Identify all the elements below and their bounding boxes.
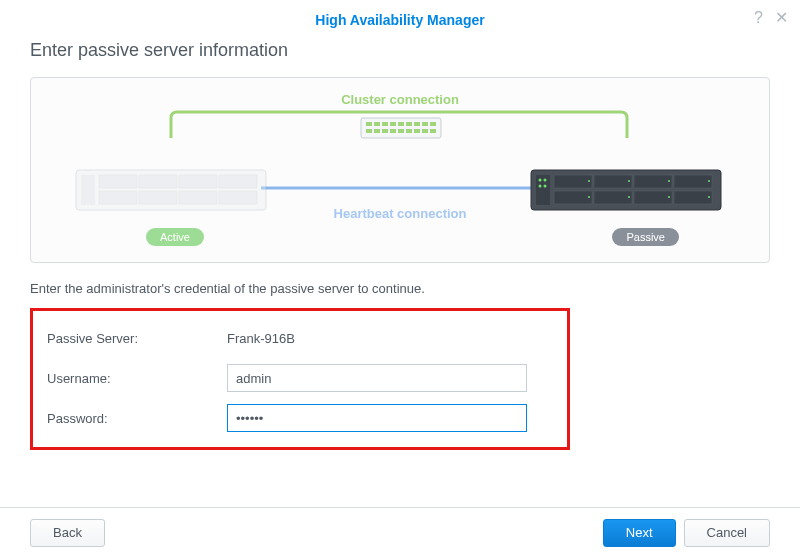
svg-rect-2: [374, 122, 380, 126]
svg-rect-5: [398, 122, 404, 126]
cluster-connection-label: Cluster connection: [341, 92, 459, 107]
help-icon[interactable]: ?: [754, 10, 763, 26]
page-title: Enter passive server information: [30, 40, 770, 61]
svg-rect-37: [594, 175, 632, 188]
svg-rect-11: [374, 129, 380, 133]
credentials-form: Passive Server: Frank-916B Username: Pas…: [30, 308, 570, 450]
passive-badge: Passive: [612, 228, 679, 246]
svg-rect-28: [179, 191, 217, 204]
window-controls: ? ✕: [754, 10, 788, 26]
next-button[interactable]: Next: [603, 519, 676, 547]
passive-server-row: Passive Server: Frank-916B: [47, 323, 553, 353]
svg-rect-21: [81, 175, 95, 205]
close-icon[interactable]: ✕: [775, 10, 788, 26]
topology-diagram: Cluster connection Heartbeat connection …: [30, 77, 770, 263]
svg-rect-29: [219, 191, 257, 204]
svg-rect-6: [406, 122, 412, 126]
password-label: Password:: [47, 411, 227, 426]
svg-rect-8: [422, 122, 428, 126]
svg-rect-26: [99, 191, 137, 204]
svg-point-45: [628, 180, 630, 182]
svg-rect-9: [430, 122, 436, 126]
svg-rect-16: [414, 129, 420, 133]
passive-server-label: Passive Server:: [47, 331, 227, 346]
svg-rect-23: [139, 175, 177, 188]
svg-rect-42: [634, 191, 672, 204]
svg-point-33: [544, 179, 547, 182]
cancel-button[interactable]: Cancel: [684, 519, 770, 547]
passive-server-value: Frank-916B: [227, 331, 295, 346]
svg-point-47: [708, 180, 710, 182]
svg-rect-41: [594, 191, 632, 204]
password-field[interactable]: [227, 404, 527, 432]
content-area: Enter passive server information Cluster…: [0, 40, 800, 450]
svg-rect-15: [406, 129, 412, 133]
svg-rect-7: [414, 122, 420, 126]
svg-point-32: [539, 179, 542, 182]
svg-rect-10: [366, 129, 372, 133]
instruction-text: Enter the administrator's credential of …: [30, 281, 770, 296]
svg-rect-25: [219, 175, 257, 188]
password-row: Password:: [47, 403, 553, 433]
svg-rect-0: [361, 118, 441, 138]
svg-rect-36: [554, 175, 592, 188]
svg-rect-17: [422, 129, 428, 133]
svg-rect-18: [430, 129, 436, 133]
svg-rect-40: [554, 191, 592, 204]
svg-rect-31: [536, 175, 550, 205]
username-row: Username:: [47, 363, 553, 393]
svg-point-50: [668, 196, 670, 198]
svg-rect-4: [390, 122, 396, 126]
svg-rect-1: [366, 122, 372, 126]
svg-rect-43: [674, 191, 712, 204]
svg-point-46: [668, 180, 670, 182]
svg-point-35: [544, 185, 547, 188]
svg-point-34: [539, 185, 542, 188]
svg-rect-13: [390, 129, 396, 133]
username-field[interactable]: [227, 364, 527, 392]
svg-rect-14: [398, 129, 404, 133]
svg-rect-39: [674, 175, 712, 188]
active-badge: Active: [146, 228, 204, 246]
svg-point-51: [708, 196, 710, 198]
svg-point-44: [588, 180, 590, 182]
svg-rect-22: [99, 175, 137, 188]
svg-point-49: [628, 196, 630, 198]
svg-point-48: [588, 196, 590, 198]
svg-rect-24: [179, 175, 217, 188]
footer: Back Next Cancel: [0, 507, 800, 557]
svg-rect-27: [139, 191, 177, 204]
titlebar: High Availability Manager ? ✕: [0, 0, 800, 40]
svg-rect-12: [382, 129, 388, 133]
back-button[interactable]: Back: [30, 519, 105, 547]
svg-rect-3: [382, 122, 388, 126]
app-title: High Availability Manager: [315, 12, 484, 28]
username-label: Username:: [47, 371, 227, 386]
svg-rect-38: [634, 175, 672, 188]
heartbeat-connection-label: Heartbeat connection: [334, 206, 467, 221]
